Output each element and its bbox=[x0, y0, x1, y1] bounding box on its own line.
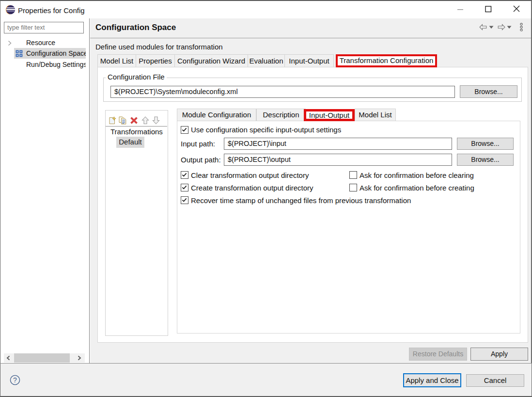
svg-text:?: ? bbox=[13, 376, 17, 384]
